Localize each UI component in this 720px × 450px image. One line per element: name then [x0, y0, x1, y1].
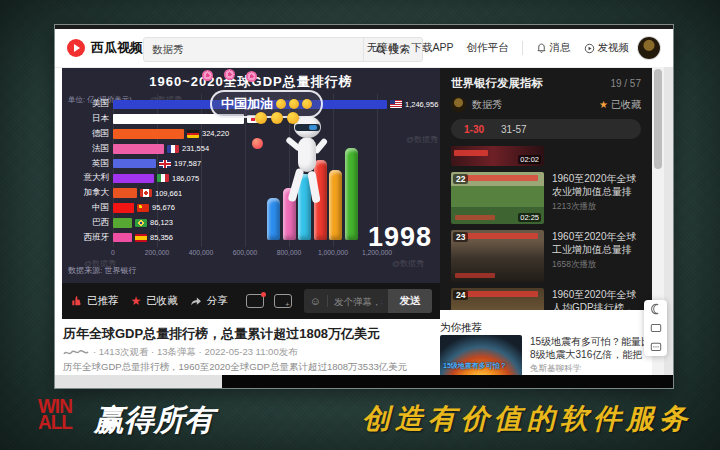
- playlist-item[interactable]: 231960至2020年全球工业增加值总量排行榜，累计达到42...1658次播…: [451, 230, 641, 282]
- video-stats: · 1413次观看 · 13条弹幕 · 2022-05-23 11:00发布: [63, 346, 298, 359]
- floating-toolbar: [644, 300, 667, 356]
- send-button[interactable]: 发送: [388, 289, 432, 313]
- share-icon: [190, 295, 202, 307]
- redacted-channel-scribble: [63, 348, 89, 358]
- chart-row-ca: 加拿大109,661: [62, 186, 440, 201]
- playlist-thumbnail[interactable]: 23: [451, 230, 544, 282]
- country-value: 95,676: [152, 203, 175, 212]
- winall-logo: WIN ALL: [38, 398, 72, 431]
- playlist-panel: 世界银行发展指标 19 / 57 数据秀 ★ 已收藏 1-30 31-57 02…: [440, 68, 652, 310]
- nav-post-video-label: 发视频: [598, 41, 630, 55]
- playlist-item-meta: 1960至2020年全球工业增加值总量排行榜，累计达到42...1658次播放: [552, 230, 641, 282]
- nav-link-1[interactable]: 下载APP: [411, 41, 453, 55]
- post-video-icon: [584, 43, 595, 54]
- robot-leg: [287, 168, 304, 203]
- robot-body: [298, 137, 316, 172]
- share-label: 分享: [207, 294, 228, 308]
- smiley-icon[interactable]: ☺: [304, 295, 327, 307]
- bell-icon: [536, 43, 547, 54]
- country-bar: [113, 218, 132, 228]
- playlist-favorite-button[interactable]: ★ 已收藏: [599, 98, 641, 112]
- country-bar: [113, 129, 184, 139]
- danmaku-input[interactable]: [328, 296, 388, 307]
- tab-31-57[interactable]: 31-57: [501, 124, 527, 135]
- duration-badge: 02:02: [518, 155, 541, 164]
- country-value: 197,587: [174, 159, 201, 168]
- country-label: 日本: [62, 113, 113, 125]
- tulip-emoji: [224, 69, 235, 80]
- danmaku-input-box: ☺ 发送: [304, 289, 432, 313]
- screen-icon[interactable]: [650, 322, 662, 334]
- star-icon: ★: [131, 295, 142, 307]
- nav-link-0[interactable]: 无障碍: [367, 41, 399, 55]
- thumbs-up-emoji: [276, 99, 286, 109]
- country-label: 德国: [62, 128, 113, 140]
- recommend-channel[interactable]: 兔斯基聊科学: [530, 363, 652, 375]
- heart-face-emoji: [252, 138, 263, 149]
- playlist-item-meta: 1960至2020年全球农业增加值总量排行榜，累计总量超...1213次播放: [552, 172, 641, 224]
- channel-avatar[interactable]: [451, 97, 466, 112]
- playlist-title: 世界银行发展指标: [451, 76, 543, 91]
- navbar: 西瓜视频 搜索 无障碍下载APP创作平台 消息 发视频: [55, 29, 673, 68]
- danmaku-setting-icons: [246, 294, 292, 308]
- duration-badge: 02:25: [518, 213, 541, 222]
- flag-ca-icon: [140, 189, 152, 197]
- country-bar: [113, 188, 137, 198]
- favorited-label: 已收藏: [611, 98, 641, 112]
- danmaku-add-icon[interactable]: [274, 294, 292, 308]
- country-label: 英国: [62, 158, 113, 170]
- nav-post-video[interactable]: 发视频: [584, 41, 630, 55]
- axis-tick: 1,000,000: [313, 249, 353, 256]
- robot-leg: [307, 171, 320, 204]
- site-logo[interactable]: 西瓜视频: [67, 39, 143, 57]
- moon-icon[interactable]: [650, 303, 662, 315]
- nav-link-2[interactable]: 创作平台: [467, 41, 509, 55]
- country-bar: [113, 174, 154, 184]
- scrollbar-thumb[interactable]: [654, 69, 662, 169]
- playlist-item[interactable]: 241960至2020年全球人均GDP排行榜，摩纳哥人均超过17...: [451, 288, 641, 310]
- recommend-button[interactable]: 已推荐: [70, 294, 119, 308]
- nav-messages[interactable]: 消息: [536, 41, 571, 55]
- nav-messages-label: 消息: [550, 41, 571, 55]
- share-button[interactable]: 分享: [190, 294, 228, 308]
- video-player[interactable]: 1960~2020全球GDP总量排行榜 单位: 亿 (现价美元) @数据秀 @数…: [62, 68, 440, 283]
- country-label: 意大利: [62, 172, 113, 184]
- index-badge: 23: [453, 232, 468, 242]
- channel-name[interactable]: 数据秀: [472, 98, 599, 112]
- country-value: 186,075: [172, 174, 199, 183]
- recommend-title[interactable]: 15级地震有多可怕？能量比8级地震大316亿倍，能把地球...: [530, 335, 652, 361]
- playlist-item-title[interactable]: 1960至2020年全球农业增加值总量排行榜，累计总量超...: [552, 172, 641, 198]
- country-label: 中国: [62, 202, 113, 214]
- playlist-item-title[interactable]: 1960至2020年全球工业增加值总量排行榜，累计达到42...: [552, 230, 641, 256]
- playlist-thumbnail[interactable]: 24: [451, 288, 544, 310]
- chart-row-cn: 中国95,676: [62, 201, 440, 216]
- page-background: 西瓜视频 搜索 无障碍下载APP创作平台 消息 发视频: [0, 0, 720, 450]
- danmaku-thumbs-row: [255, 112, 299, 124]
- robot-mascot: [287, 116, 329, 232]
- flag-es-icon: [135, 234, 147, 242]
- search-input[interactable]: [144, 44, 363, 56]
- favorite-button[interactable]: ★ 已收藏: [131, 294, 178, 308]
- tab-1-30[interactable]: 1-30: [464, 124, 484, 135]
- favorite-label: 已收藏: [146, 294, 178, 308]
- playlist-item[interactable]: 2202:251960至2020年全球农业增加值总量排行榜，累计总量超...12…: [451, 172, 641, 224]
- browser-window: 西瓜视频 搜索 无障碍下载APP创作平台 消息 发视频: [55, 25, 673, 388]
- playlist-item-partial[interactable]: 02:02: [451, 146, 544, 166]
- playlist-tabs: 1-30 31-57: [451, 119, 641, 139]
- recommend-label: 已推荐: [87, 294, 119, 308]
- playlist-item-meta: 1960至2020年全球人均GDP排行榜，摩纳哥人均超过17...: [552, 288, 641, 310]
- feedback-icon[interactable]: [650, 341, 662, 353]
- decor-column: [267, 198, 280, 240]
- window-bottom-gray-strip: [55, 375, 222, 388]
- flag-br-icon: [135, 219, 147, 227]
- chart-row-gb: 英国197,587: [62, 156, 440, 171]
- playlist-item-title[interactable]: 1960至2020年全球人均GDP排行榜，摩纳哥人均超过17...: [552, 288, 641, 310]
- country-label: 美国: [62, 98, 113, 110]
- axis-tick: 600,000: [225, 249, 265, 256]
- playlist-thumbnail[interactable]: 2202:25: [451, 172, 544, 224]
- country-label: 西班牙: [62, 232, 113, 244]
- brand-name: 西瓜视频: [91, 39, 143, 57]
- user-avatar[interactable]: [638, 37, 660, 59]
- danmaku-toggle-icon[interactable]: [246, 294, 264, 308]
- danmaku-bubble-text: 中国加油: [221, 95, 273, 113]
